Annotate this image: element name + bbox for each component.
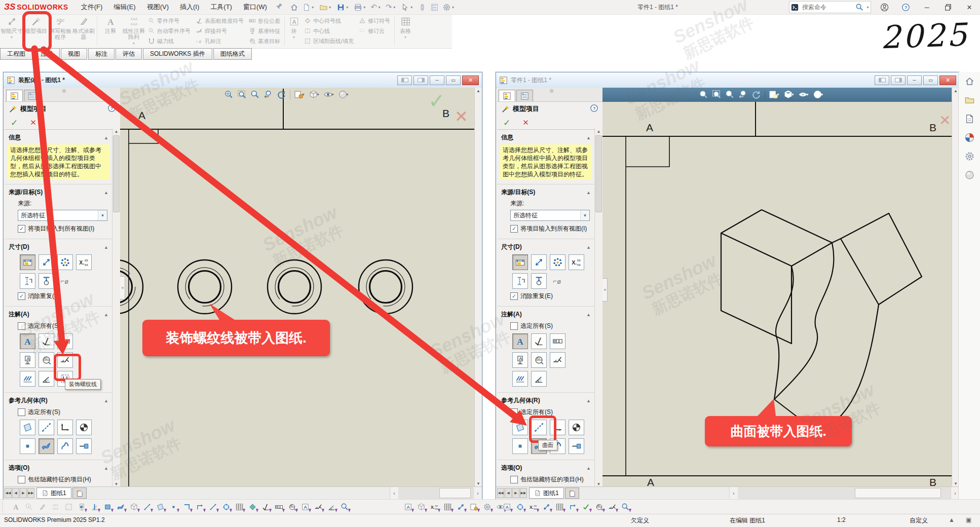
home-taskpane-button[interactable] [964,76,975,89]
scroll-left-icon[interactable]: ‹ [390,487,398,499]
select-all-annotations-checkbox[interactable]: 选定所有(S) [497,320,595,332]
ball-button[interactable]: ▼ [813,90,824,99]
child-minimize-button[interactable]: ─ [907,76,922,85]
corner-tool-button[interactable] [181,501,192,513]
pm-help-button[interactable]: ? [590,104,598,114]
hatch-button[interactable] [20,371,35,387]
datum-target-button[interactable]: A1 [39,352,54,368]
unmarked-dims-tool-button[interactable] [541,501,551,513]
datum-target-tool-button[interactable]: A1 [594,501,604,513]
elbow-tool-button[interactable] [195,501,205,513]
save-button[interactable]: ▼ [335,2,352,13]
hole-callout-button[interactable] [531,273,547,289]
pin-icon[interactable] [275,2,283,13]
cube-button[interactable]: ▼ [309,90,320,99]
block-tool-button[interactable]: A [300,501,310,513]
tab-drawing[interactable]: 工程图 [0,48,32,60]
slash-tool-button[interactable] [142,501,152,513]
undo-button[interactable]: ↶▼ [369,2,384,13]
dual-dim-button[interactable]: ⌐ø [57,273,73,289]
marked-dims-button[interactable] [512,254,528,270]
panel-toggle-icon[interactable]: ▣ [966,516,971,523]
child-close-button[interactable]: ✕ [462,76,479,85]
help-button[interactable]: ? [895,0,916,14]
route-point-button[interactable] [569,438,584,454]
gtol-button[interactable]: .1 [57,333,73,349]
magnifier-button[interactable] [250,90,260,99]
note-button[interactable]: A [20,333,35,349]
child-minimize-button[interactable]: ─ [430,76,444,85]
cube-button[interactable]: ▼ [783,90,795,99]
plane-button[interactable] [512,420,528,435]
block-button[interactable]: A块▼ [286,14,301,48]
source-select[interactable]: 所选特征▼ [18,210,107,221]
select-all-annotations-checkbox[interactable]: 选定所有(S) [5,320,112,332]
child-restore-button[interactable]: ▭ [923,76,938,85]
hatchfill-tool-button[interactable] [63,501,73,513]
menu-insert[interactable]: 插入(I) [174,0,205,14]
hole-wizard-button[interactable] [20,273,35,289]
chevron-down-icon[interactable]: ▼ [866,6,870,9]
target-tool-button[interactable] [221,501,231,513]
cursor-button[interactable]: ▼ [399,2,416,13]
tab-view-layout[interactable]: 视图 [61,48,87,60]
gear-tool-button[interactable] [482,501,492,513]
surface-finish-tool-button[interactable] [260,501,271,513]
hole-callout-button[interactable]: ⌐ø孔标注 [196,37,244,45]
child-titlebar[interactable]: 零件1 - 图纸1 * ─ ▭ ✕ [496,72,959,88]
sheet-color-button[interactable]: ▼ [769,90,780,99]
include-hidden-features-checkbox[interactable]: 包括隐藏特征的项目(H) [497,474,595,485]
tab-dimension[interactable]: 标注 [88,48,115,60]
collapse-icon[interactable]: ▲ [104,398,108,403]
collapse-icon[interactable]: ▲ [586,190,591,195]
ball-button[interactable]: ▼ [338,90,349,99]
cube-tool-button[interactable] [416,501,426,513]
slash-tool-button[interactable] [208,501,218,513]
format-painter-button[interactable]: 格式涂刷器 [72,14,95,48]
collapse-icon[interactable]: ▲ [586,245,591,250]
magnetic-line-button[interactable]: 磁力线 [148,37,191,45]
surface-finish-button[interactable] [39,333,54,349]
magnifier-tool-button[interactable] [620,501,630,513]
scroll-right-icon[interactable]: › [473,487,482,499]
pm-help-button[interactable]: ? [107,104,116,114]
point-button[interactable] [512,438,528,454]
route-point-button[interactable] [76,438,92,454]
menu-file[interactable]: 文件(F) [76,0,108,14]
collapse-icon[interactable]: ▲ [104,466,108,471]
block-tool-button[interactable]: A [403,501,413,513]
prev-view-button[interactable] [263,90,273,99]
surface-button[interactable] [39,438,54,454]
centerline-button[interactable]: 中心线 [304,27,354,35]
tolerance-dim-button[interactable]: X.xxxx [569,254,584,270]
collapse-icon[interactable]: ▲ [586,135,591,140]
datum-target-tool-button[interactable]: A1 [287,501,297,513]
select-all-refgeo-checkbox[interactable]: 选定所有(S) [5,406,112,418]
include-hidden-features-checkbox[interactable]: 包括隐藏特征的项目(H) [5,474,112,485]
table-button[interactable]: 表格▼ [396,14,414,48]
weld-symbol-tool-button[interactable] [607,501,617,513]
gear-button[interactable]: ▼ [441,2,458,13]
hatch-button[interactable] [512,371,528,387]
origin-button[interactable] [569,420,584,435]
area-hatch-button[interactable]: 区域剖面线/填充 [304,37,354,45]
table-tool-button[interactable] [442,501,453,513]
target-tool-button[interactable] [515,501,525,513]
origin-button[interactable] [76,420,92,435]
plane-tool-button[interactable] [155,501,165,513]
dual-dim-button[interactable]: ⌐ø [550,273,566,289]
dot-tool-button[interactable] [168,501,178,513]
minimize-button[interactable]: ─ [916,0,937,14]
eye-button[interactable]: ▼ [798,90,809,99]
gtol-button[interactable]: .1 [550,333,566,349]
collapse-icon[interactable]: ▲ [104,245,108,250]
gear-taskpane-button[interactable] [964,151,975,164]
eye-button[interactable]: ▼ [323,90,334,99]
eliminate-duplicates-checkbox[interactable]: ✓消除重复(E) [497,290,595,302]
point-button[interactable] [20,438,35,454]
check-tool-button[interactable] [581,501,591,513]
collapse-icon[interactable]: ▲ [586,466,591,471]
note-button[interactable]: A注释 [99,14,122,48]
list-props-button[interactable] [429,2,440,13]
menu-view[interactable]: 视图(V) [141,0,174,14]
